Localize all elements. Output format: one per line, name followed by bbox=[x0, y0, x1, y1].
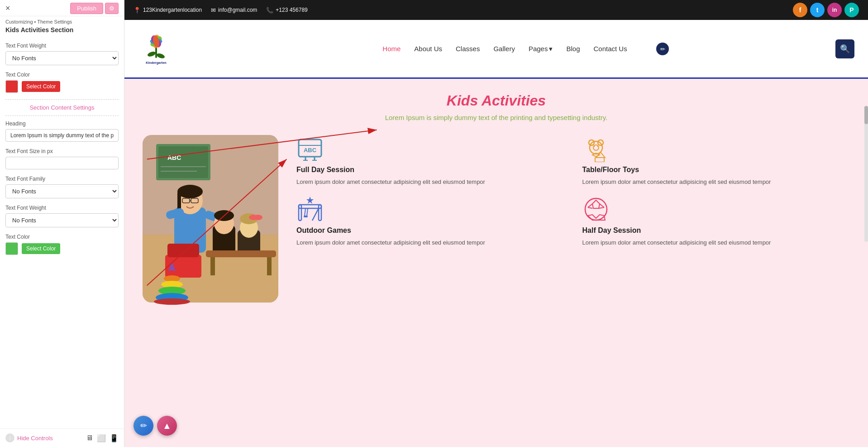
svg-rect-14 bbox=[158, 146, 208, 178]
twitter-icon[interactable]: t bbox=[810, 3, 825, 17]
svg-rect-35 bbox=[206, 250, 276, 257]
nav-home[interactable]: Home bbox=[382, 45, 401, 53]
publish-button[interactable]: Publish bbox=[70, 3, 103, 14]
svg-line-67 bbox=[307, 208, 308, 216]
activity-full-day: ABC Full Day Session Lorem ipsum dolor a… bbox=[296, 135, 564, 187]
svg-rect-68 bbox=[304, 216, 308, 217]
title-font-weight-select[interactable]: No Fonts Normal Bold Lighter bbox=[5, 51, 119, 65]
nav-classes[interactable]: Classes bbox=[456, 45, 480, 53]
svg-rect-21 bbox=[177, 192, 181, 210]
top-bar-left: 📍 123Kindergartenlocation ✉ info@gmail.c… bbox=[134, 7, 308, 14]
section-content-settings-label: Section Content Settings bbox=[5, 104, 119, 111]
heading-font-weight-group: Text Font Weight No Fonts Normal Bold Li… bbox=[5, 205, 119, 227]
svg-rect-61 bbox=[595, 158, 604, 162]
email-icon: ✉ bbox=[211, 7, 216, 14]
table-toys-icon bbox=[582, 135, 610, 162]
table-toys-title: Table/Floor Toys bbox=[582, 166, 850, 174]
footer-device-icons: 🖥 ⬜ 📱 bbox=[86, 434, 119, 442]
scrollbar[interactable] bbox=[864, 106, 868, 242]
half-day-title: Half Day Session bbox=[582, 226, 850, 235]
divider-1 bbox=[5, 99, 119, 100]
title-text-color-group: Text Color Select Color bbox=[5, 72, 119, 93]
full-day-icon: ABC bbox=[296, 135, 324, 162]
svg-point-70 bbox=[585, 198, 607, 220]
heading-font-family-select[interactable]: No Fonts Arial Verdana Georgia bbox=[5, 184, 119, 198]
heading-color-swatch[interactable] bbox=[5, 242, 18, 255]
full-day-desc: Lorem ipsum dolor amet consectetur adipi… bbox=[296, 178, 564, 187]
facebook-icon[interactable]: f bbox=[793, 3, 807, 17]
mobile-view-button[interactable]: 📱 bbox=[110, 434, 119, 442]
title-color-swatch[interactable] bbox=[5, 80, 18, 93]
heading-color-row: Select Color bbox=[5, 242, 119, 255]
svg-text:Kindergarten: Kindergarten bbox=[146, 61, 167, 65]
scrollbar-thumb[interactable] bbox=[864, 106, 868, 124]
heading-font-size-label: Text Font Size in px bbox=[5, 148, 119, 154]
email-item: ✉ info@gmail.com bbox=[211, 7, 257, 14]
svg-text:ABC: ABC bbox=[304, 147, 317, 154]
svg-marker-40 bbox=[168, 262, 176, 271]
heading-font-size-input[interactable] bbox=[5, 157, 119, 169]
svg-point-20 bbox=[177, 185, 203, 198]
hide-controls-button[interactable]: i Hide Controls bbox=[5, 433, 53, 442]
settings-gear-button[interactable]: ⚙ bbox=[105, 3, 119, 14]
pinterest-icon[interactable]: P bbox=[844, 3, 859, 17]
svg-point-7 bbox=[147, 50, 157, 57]
outdoor-games-title: Outdoor Games bbox=[296, 226, 564, 235]
full-day-title: Full Day Session bbox=[296, 166, 564, 174]
heading-label: Heading bbox=[5, 120, 119, 127]
heading-font-weight-select[interactable]: No Fonts Normal Bold Lighter bbox=[5, 213, 119, 227]
title-color-row: Select Color bbox=[5, 80, 119, 93]
svg-text:ABC: ABC bbox=[167, 154, 181, 161]
title-select-color-button[interactable]: Select Color bbox=[22, 81, 60, 92]
phone-icon: 📞 bbox=[266, 7, 273, 14]
heading-group: Heading bbox=[5, 120, 119, 142]
float-up-button[interactable]: ▲ bbox=[157, 416, 177, 436]
heading-select-color-button[interactable]: Select Color bbox=[22, 243, 60, 254]
toy-stack bbox=[149, 260, 195, 305]
logo-area: Kindergarten bbox=[138, 29, 174, 69]
social-icons-group: f t in P bbox=[793, 3, 859, 17]
instagram-icon[interactable]: in bbox=[827, 3, 842, 17]
title-font-weight-group: Text Font Weight No Fonts Normal Bold Li… bbox=[5, 43, 119, 65]
svg-point-29 bbox=[214, 210, 234, 221]
nav-gallery[interactable]: Gallery bbox=[493, 45, 515, 53]
pages-dropdown-icon: ▾ bbox=[549, 45, 553, 53]
svg-marker-69 bbox=[306, 197, 314, 204]
phone-item: 📞 +123 456789 bbox=[266, 7, 307, 14]
activities-grid: ABC bbox=[143, 135, 850, 303]
activity-table-toys: Table/Floor Toys Lorem ipsum dolor amet … bbox=[582, 135, 850, 187]
svg-point-59 bbox=[597, 146, 598, 147]
close-button[interactable]: × bbox=[5, 4, 10, 13]
tablet-view-button[interactable]: ⬜ bbox=[97, 434, 106, 442]
panel-top-bar: × Publish ⚙ bbox=[0, 0, 124, 16]
svg-point-42 bbox=[164, 275, 180, 282]
nav-about[interactable]: About Us bbox=[414, 45, 442, 53]
location-item: 📍 123Kindergartenlocation bbox=[134, 7, 202, 14]
activities-image-column: ABC bbox=[143, 135, 287, 303]
heading-text-color-group: Text Color Select Color bbox=[5, 234, 119, 255]
svg-rect-64 bbox=[299, 205, 321, 208]
nav-contact[interactable]: Contact Us bbox=[593, 45, 627, 53]
float-edit-button[interactable]: ✏ bbox=[134, 416, 153, 436]
divider-2 bbox=[5, 115, 119, 116]
outdoor-games-icon bbox=[296, 196, 324, 223]
nav-edit-circle[interactable]: ✏ bbox=[656, 43, 669, 55]
panel-body: Text Font Weight No Fonts Normal Bold Li… bbox=[0, 37, 124, 428]
nav-pages[interactable]: Pages ▾ bbox=[529, 45, 553, 53]
desktop-view-button[interactable]: 🖥 bbox=[86, 434, 93, 442]
svg-point-46 bbox=[154, 298, 190, 305]
content-area: Kids Activities Lorem Ipsum is simply du… bbox=[124, 79, 868, 447]
nav-bar: Kindergarten Home About Us Classes Galle… bbox=[124, 20, 868, 79]
outdoor-games-desc: Lorem ipsum dolor amet consectetur adipi… bbox=[296, 238, 564, 247]
title-font-weight-label: Text Font Weight bbox=[5, 43, 119, 49]
nav-blog[interactable]: Blog bbox=[566, 45, 580, 53]
heading-input[interactable] bbox=[5, 129, 119, 142]
section-title: Kids Activities bbox=[143, 92, 850, 109]
half-day-icon bbox=[582, 196, 610, 223]
heading-font-family-group: Text Font Family No Fonts Arial Verdana … bbox=[5, 176, 119, 198]
activity-outdoor-games: Outdoor Games Lorem ipsum dolor amet con… bbox=[296, 196, 564, 247]
heading-font-family-label: Text Font Family bbox=[5, 176, 119, 182]
search-button[interactable]: 🔍 bbox=[835, 39, 854, 58]
svg-point-8 bbox=[156, 52, 166, 59]
activities-items-column: ABC Full Day Session Lorem ipsum dolor a… bbox=[296, 135, 850, 247]
